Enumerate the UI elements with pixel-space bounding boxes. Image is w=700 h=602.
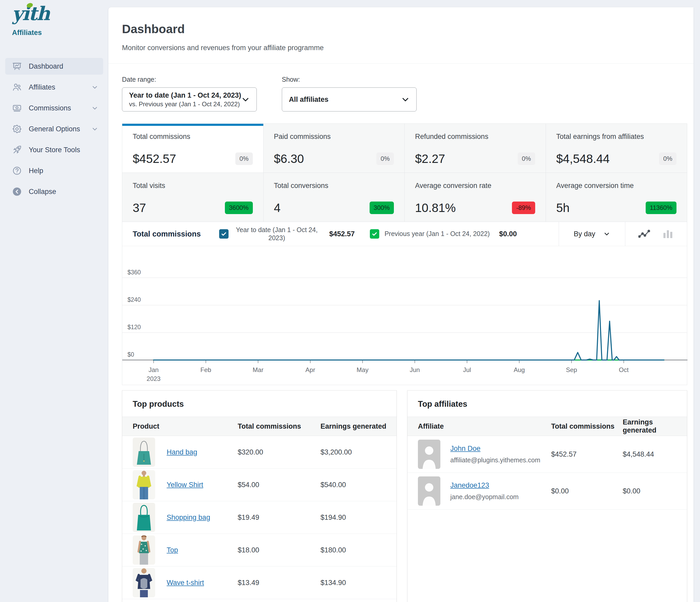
table-row: John Doeaffiliate@plugins.yithemes.com$4… — [407, 436, 687, 473]
sidebar-item-label: Your Store Tools — [29, 146, 80, 154]
yith-logo: yith Affiliates — [12, 4, 49, 37]
date-range-label: Date range: — [122, 76, 257, 83]
svg-text:$0: $0 — [127, 351, 134, 358]
sidebar-menu: DashboardAffiliatesCommissionsGeneral Op… — [5, 58, 103, 204]
stat-label: Total commissions — [133, 133, 253, 141]
affiliate-earnings: $0.00 — [623, 487, 687, 495]
stat-value: 4 — [274, 201, 281, 215]
svg-text:Apr: Apr — [305, 366, 315, 373]
product-commissions: $320.00 — [238, 448, 321, 456]
sidebar-item-your-store-tools[interactable]: Your Store Tools — [5, 141, 103, 158]
check-icon — [371, 231, 378, 237]
product-link[interactable]: Top — [167, 546, 178, 554]
svg-text:$240: $240 — [127, 296, 141, 303]
stat-change-badge: 0% — [235, 153, 253, 165]
sidebar: yith Affiliates DashboardAffiliatesCommi… — [0, 0, 108, 602]
affiliate-email: jane.doe@yopmail.com — [450, 493, 519, 501]
stat-card-average-conversion-time[interactable]: Average conversion time5h11360% — [546, 173, 687, 222]
svg-text:Jun: Jun — [410, 366, 420, 373]
product-link[interactable]: Shopping bag — [167, 514, 210, 522]
stats-and-chart-board: Total commissions$452.570%Paid commissio… — [122, 124, 687, 385]
stat-card-total-conversions[interactable]: Total conversions4300% — [264, 173, 405, 222]
svg-text:2023: 2023 — [147, 375, 160, 382]
product-link[interactable]: Yellow Shirt — [167, 481, 203, 489]
product-link[interactable]: Wave t-shirt — [167, 579, 204, 587]
chevron-down-icon — [91, 104, 98, 112]
show-value-wrap: All affiliates — [289, 95, 401, 104]
date-range-value: Year to date (Jan 1 - Oct 24, 2023) — [129, 91, 241, 100]
chevron-down-icon — [91, 83, 98, 91]
svg-text:$360: $360 — [127, 269, 141, 276]
affiliate-link[interactable]: Janedoe123 — [450, 481, 489, 489]
page-title: Dashboard — [122, 22, 680, 36]
product-link[interactable]: Hand bag — [167, 448, 197, 456]
svg-text:Jan: Jan — [149, 366, 159, 373]
stat-card-total-visits[interactable]: Total visits373600% — [122, 173, 264, 222]
help-icon — [12, 166, 22, 176]
affiliate-earnings: $4,548.44 — [623, 450, 687, 459]
stat-change-badge: 3600% — [225, 202, 253, 214]
stat-card-paid-commissions[interactable]: Paid commissions$6.300% — [264, 124, 405, 173]
stat-change-badge: -89% — [512, 202, 535, 214]
svg-text:Mar: Mar — [253, 366, 263, 373]
bar-chart-icon[interactable] — [662, 229, 674, 239]
sidebar-item-help[interactable]: Help — [5, 162, 103, 179]
sidebar-item-label: Affiliates — [29, 83, 55, 91]
stat-change-badge: 11360% — [646, 202, 676, 214]
show-select[interactable]: All affiliates — [282, 87, 417, 111]
svg-text:Feb: Feb — [200, 366, 211, 373]
sidebar-item-label: Collapse — [29, 188, 56, 196]
previous-period-total: $0.00 — [499, 230, 517, 238]
chart-legend-bar: Total commissions Year to date (Jan 1 - … — [122, 222, 687, 246]
sidebar-item-affiliates[interactable]: Affiliates — [5, 79, 103, 96]
stat-change-badge: 0% — [376, 153, 394, 165]
date-range-select[interactable]: Year to date (Jan 1 - Oct 24, 2023) vs. … — [122, 87, 257, 111]
product-image-top — [133, 535, 155, 565]
column-header: Product — [122, 422, 238, 430]
product-commissions: $13.49 — [238, 579, 321, 587]
chevron-down-icon — [241, 95, 250, 104]
stat-label: Total earnings from affiliates — [556, 133, 677, 141]
sidebar-item-collapse[interactable]: Collapse — [5, 183, 103, 200]
svg-text:Sep: Sep — [566, 366, 577, 373]
stat-card-total-earnings-from-affiliates[interactable]: Total earnings from affiliates$4,548.440… — [546, 124, 687, 173]
current-period-label: Year to date (Jan 1 - Oct 24, 2023) — [234, 226, 320, 242]
stat-change-badge: 0% — [518, 153, 535, 165]
commissions-line-chart[interactable]: $0$120$240$360Jan2023FebMarAprMayJunJulA… — [122, 250, 688, 382]
gear-icon — [12, 124, 22, 134]
product-earnings: $194.90 — [321, 514, 397, 522]
sidebar-item-dashboard[interactable]: Dashboard — [5, 58, 103, 75]
brand-product-name: Affiliates — [12, 29, 49, 37]
svg-text:Oct: Oct — [619, 366, 629, 373]
selected-card-accent-bar — [122, 124, 263, 126]
affiliate-commissions: $0.00 — [551, 487, 623, 495]
users-icon — [12, 82, 22, 92]
current-period-checkbox[interactable] — [219, 229, 228, 239]
svg-text:Jul: Jul — [463, 366, 471, 373]
product-image-wave-tshirt — [133, 568, 155, 597]
sidebar-item-general-options[interactable]: General Options — [5, 121, 103, 137]
interval-select[interactable]: By day — [559, 222, 625, 246]
affiliate-commissions: $452.57 — [551, 450, 623, 459]
affiliate-link[interactable]: John Doe — [450, 445, 481, 452]
product-image-shopping-bag — [133, 503, 155, 532]
table-row: Shopping bag$19.49$194.90 — [122, 501, 397, 534]
date-range-value-wrap: Year to date (Jan 1 - Oct 24, 2023) vs. … — [129, 91, 241, 108]
stat-card-refunded-commissions[interactable]: Refunded commissions$2.270% — [405, 124, 546, 173]
previous-period-checkbox[interactable] — [370, 229, 379, 239]
stat-label: Total visits — [133, 182, 253, 190]
chevron-down-icon — [401, 95, 409, 104]
filters-bar: Date range: Year to date (Jan 1 - Oct 24… — [108, 64, 694, 120]
stat-label: Paid commissions — [274, 133, 394, 141]
date-range-filter: Date range: Year to date (Jan 1 - Oct 24… — [122, 76, 257, 111]
line-chart-icon[interactable] — [639, 229, 650, 239]
stat-card-average-conversion-rate[interactable]: Average conversion rate10.81%-89% — [405, 173, 546, 222]
top-products-title: Top products — [122, 391, 397, 417]
stat-card-total-commissions[interactable]: Total commissions$452.570% — [122, 124, 264, 173]
check-icon — [221, 231, 227, 237]
stat-label: Average conversion time — [556, 182, 677, 190]
bottom-tables: Top products ProductTotal commissionsEar… — [122, 390, 687, 602]
stats-grid: Total commissions$452.570%Paid commissio… — [122, 124, 687, 222]
avatar — [418, 440, 441, 469]
sidebar-item-commissions[interactable]: Commissions — [5, 100, 103, 116]
